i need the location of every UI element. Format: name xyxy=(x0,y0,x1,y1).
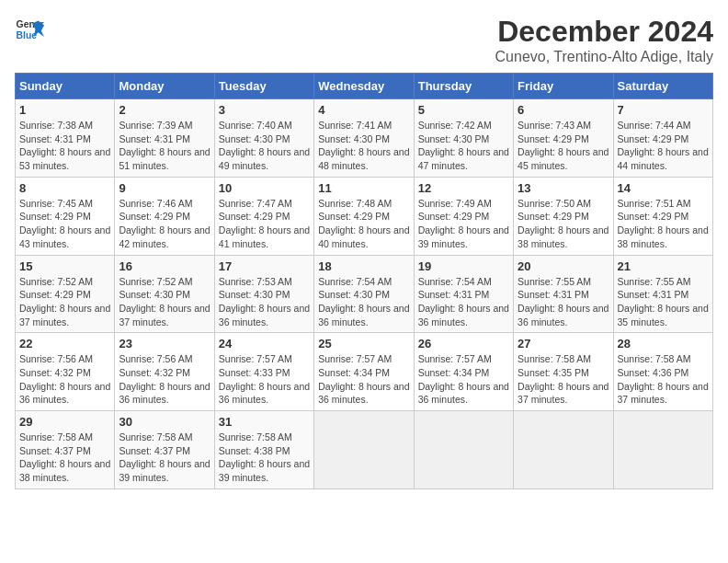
day-number: 27 xyxy=(518,337,609,350)
day-detail: Sunrise: 7:43 AMSunset: 4:29 PMDaylight:… xyxy=(518,120,609,171)
day-number: 25 xyxy=(318,337,409,350)
day-detail: Sunrise: 7:46 AMSunset: 4:29 PMDaylight:… xyxy=(119,198,210,249)
day-detail: Sunrise: 7:52 AMSunset: 4:29 PMDaylight:… xyxy=(19,276,110,327)
day-number: 13 xyxy=(518,181,609,195)
calendar-cell: 31 Sunrise: 7:58 AMSunset: 4:38 PMDaylig… xyxy=(214,411,313,489)
day-detail: Sunrise: 7:58 AMSunset: 4:38 PMDaylight:… xyxy=(219,431,310,483)
day-number: 14 xyxy=(618,181,709,195)
calendar-cell: 13 Sunrise: 7:50 AMSunset: 4:29 PMDaylig… xyxy=(514,177,613,255)
calendar-week-3: 15 Sunrise: 7:52 AMSunset: 4:29 PMDaylig… xyxy=(16,255,713,333)
day-number: 4 xyxy=(318,103,409,117)
day-detail: Sunrise: 7:56 AMSunset: 4:32 PMDaylight:… xyxy=(19,353,110,405)
logo-icon: General Blue xyxy=(15,15,44,44)
day-detail: Sunrise: 7:54 AMSunset: 4:30 PMDaylight:… xyxy=(318,276,409,327)
day-detail: Sunrise: 7:54 AMSunset: 4:31 PMDaylight:… xyxy=(418,276,509,327)
day-detail: Sunrise: 7:47 AMSunset: 4:29 PMDaylight:… xyxy=(219,198,310,249)
calendar-cell: 14 Sunrise: 7:51 AMSunset: 4:29 PMDaylig… xyxy=(613,177,712,255)
calendar-cell: 4 Sunrise: 7:41 AMSunset: 4:30 PMDayligh… xyxy=(314,99,414,178)
day-number: 6 xyxy=(518,103,609,117)
calendar-cell xyxy=(414,411,513,489)
day-number: 11 xyxy=(318,181,409,195)
day-number: 23 xyxy=(119,337,210,350)
calendar-cell: 9 Sunrise: 7:46 AMSunset: 4:29 PMDayligh… xyxy=(115,177,214,255)
calendar-week-1: 1 Sunrise: 7:38 AMSunset: 4:31 PMDayligh… xyxy=(16,99,713,178)
calendar-cell: 26 Sunrise: 7:57 AMSunset: 4:34 PMDaylig… xyxy=(414,333,513,411)
day-detail: Sunrise: 7:48 AMSunset: 4:29 PMDaylight:… xyxy=(318,198,409,249)
weekday-header-sunday: Sunday xyxy=(16,74,115,99)
day-detail: Sunrise: 7:44 AMSunset: 4:29 PMDaylight:… xyxy=(618,120,709,171)
day-detail: Sunrise: 7:58 AMSunset: 4:36 PMDaylight:… xyxy=(618,353,709,405)
calendar-header-row: SundayMondayTuesdayWednesdayThursdayFrid… xyxy=(16,74,713,99)
day-number: 7 xyxy=(618,103,709,117)
weekday-header-thursday: Thursday xyxy=(414,74,513,99)
day-number: 31 xyxy=(219,415,310,429)
day-number: 18 xyxy=(318,259,409,273)
day-detail: Sunrise: 7:57 AMSunset: 4:34 PMDaylight:… xyxy=(318,353,409,405)
calendar-cell: 23 Sunrise: 7:56 AMSunset: 4:32 PMDaylig… xyxy=(115,333,214,411)
day-detail: Sunrise: 7:42 AMSunset: 4:30 PMDaylight:… xyxy=(418,120,509,171)
calendar-cell: 18 Sunrise: 7:54 AMSunset: 4:30 PMDaylig… xyxy=(314,255,414,333)
calendar-cell xyxy=(314,411,414,489)
day-number: 17 xyxy=(219,259,310,273)
calendar-cell: 22 Sunrise: 7:56 AMSunset: 4:32 PMDaylig… xyxy=(16,333,115,411)
calendar-cell: 16 Sunrise: 7:52 AMSunset: 4:30 PMDaylig… xyxy=(115,255,214,333)
calendar-cell: 6 Sunrise: 7:43 AMSunset: 4:29 PMDayligh… xyxy=(514,99,613,178)
calendar-cell: 30 Sunrise: 7:58 AMSunset: 4:37 PMDaylig… xyxy=(115,411,214,489)
day-number: 2 xyxy=(119,103,210,117)
day-detail: Sunrise: 7:49 AMSunset: 4:29 PMDaylight:… xyxy=(418,198,509,249)
calendar-week-2: 8 Sunrise: 7:45 AMSunset: 4:29 PMDayligh… xyxy=(16,177,713,255)
day-number: 26 xyxy=(418,337,509,350)
calendar-cell: 2 Sunrise: 7:39 AMSunset: 4:31 PMDayligh… xyxy=(115,99,214,178)
day-detail: Sunrise: 7:51 AMSunset: 4:29 PMDaylight:… xyxy=(618,198,709,249)
day-detail: Sunrise: 7:40 AMSunset: 4:30 PMDaylight:… xyxy=(219,120,310,171)
day-detail: Sunrise: 7:58 AMSunset: 4:37 PMDaylight:… xyxy=(119,431,210,483)
day-detail: Sunrise: 7:38 AMSunset: 4:31 PMDaylight:… xyxy=(19,120,110,171)
calendar-cell: 15 Sunrise: 7:52 AMSunset: 4:29 PMDaylig… xyxy=(16,255,115,333)
day-number: 19 xyxy=(418,259,509,273)
day-detail: Sunrise: 7:45 AMSunset: 4:29 PMDaylight:… xyxy=(19,198,110,249)
day-number: 15 xyxy=(19,259,110,273)
day-number: 28 xyxy=(618,337,709,350)
page-title: December 2024 xyxy=(495,15,713,49)
day-detail: Sunrise: 7:57 AMSunset: 4:33 PMDaylight:… xyxy=(219,353,310,405)
day-detail: Sunrise: 7:58 AMSunset: 4:35 PMDaylight:… xyxy=(518,353,609,405)
calendar-cell: 19 Sunrise: 7:54 AMSunset: 4:31 PMDaylig… xyxy=(414,255,513,333)
day-detail: Sunrise: 7:50 AMSunset: 4:29 PMDaylight:… xyxy=(518,198,609,249)
calendar-cell: 28 Sunrise: 7:58 AMSunset: 4:36 PMDaylig… xyxy=(613,333,712,411)
header: General Blue December 2024 Cunevo, Trent… xyxy=(15,15,713,65)
day-number: 20 xyxy=(518,259,609,273)
calendar-cell: 20 Sunrise: 7:55 AMSunset: 4:31 PMDaylig… xyxy=(514,255,613,333)
day-detail: Sunrise: 7:39 AMSunset: 4:31 PMDaylight:… xyxy=(119,120,210,171)
weekday-header-saturday: Saturday xyxy=(613,74,712,99)
day-detail: Sunrise: 7:55 AMSunset: 4:31 PMDaylight:… xyxy=(518,276,609,327)
calendar-table: SundayMondayTuesdayWednesdayThursdayFrid… xyxy=(15,73,713,489)
logo: General Blue xyxy=(15,15,44,44)
day-number: 12 xyxy=(418,181,509,195)
day-number: 1 xyxy=(19,103,110,117)
day-number: 29 xyxy=(19,415,110,429)
calendar-cell: 5 Sunrise: 7:42 AMSunset: 4:30 PMDayligh… xyxy=(414,99,513,178)
day-detail: Sunrise: 7:55 AMSunset: 4:31 PMDaylight:… xyxy=(618,276,709,327)
calendar-cell xyxy=(514,411,613,489)
day-detail: Sunrise: 7:41 AMSunset: 4:30 PMDaylight:… xyxy=(318,120,409,171)
svg-text:Blue: Blue xyxy=(17,30,38,40)
day-detail: Sunrise: 7:52 AMSunset: 4:30 PMDaylight:… xyxy=(119,276,210,327)
day-detail: Sunrise: 7:58 AMSunset: 4:37 PMDaylight:… xyxy=(19,431,110,483)
calendar-cell: 12 Sunrise: 7:49 AMSunset: 4:29 PMDaylig… xyxy=(414,177,513,255)
day-number: 10 xyxy=(219,181,310,195)
calendar-cell: 3 Sunrise: 7:40 AMSunset: 4:30 PMDayligh… xyxy=(214,99,313,178)
calendar-cell: 24 Sunrise: 7:57 AMSunset: 4:33 PMDaylig… xyxy=(214,333,313,411)
calendar-week-5: 29 Sunrise: 7:58 AMSunset: 4:37 PMDaylig… xyxy=(16,411,713,489)
calendar-cell: 17 Sunrise: 7:53 AMSunset: 4:30 PMDaylig… xyxy=(214,255,313,333)
calendar-cell: 21 Sunrise: 7:55 AMSunset: 4:31 PMDaylig… xyxy=(613,255,712,333)
calendar-cell: 29 Sunrise: 7:58 AMSunset: 4:37 PMDaylig… xyxy=(16,411,115,489)
calendar-cell: 1 Sunrise: 7:38 AMSunset: 4:31 PMDayligh… xyxy=(16,99,115,178)
calendar-cell: 11 Sunrise: 7:48 AMSunset: 4:29 PMDaylig… xyxy=(314,177,414,255)
day-number: 24 xyxy=(219,337,310,350)
day-number: 22 xyxy=(19,337,110,350)
calendar-cell: 27 Sunrise: 7:58 AMSunset: 4:35 PMDaylig… xyxy=(514,333,613,411)
weekday-header-wednesday: Wednesday xyxy=(314,74,414,99)
weekday-header-tuesday: Tuesday xyxy=(214,74,313,99)
day-detail: Sunrise: 7:57 AMSunset: 4:34 PMDaylight:… xyxy=(418,353,509,405)
calendar-cell: 8 Sunrise: 7:45 AMSunset: 4:29 PMDayligh… xyxy=(16,177,115,255)
